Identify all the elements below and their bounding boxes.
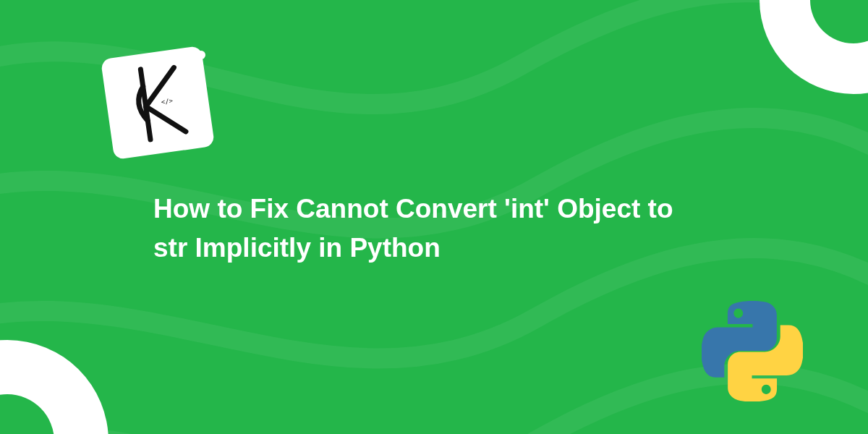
site-logo: </> [107, 52, 216, 161]
python-logo-icon [702, 301, 803, 402]
hero-banner: </> How to Fix Cannot Convert 'int' Obje… [0, 0, 868, 434]
article-title: How to Fix Cannot Convert 'int' Object t… [153, 190, 674, 267]
k-letter-icon: </> [120, 59, 195, 146]
logo-tile: </> [101, 46, 215, 160]
decorative-corner-top-right [760, 0, 868, 94]
decorative-corner-bottom-left [0, 340, 109, 434]
svg-text:</>: </> [161, 97, 174, 106]
